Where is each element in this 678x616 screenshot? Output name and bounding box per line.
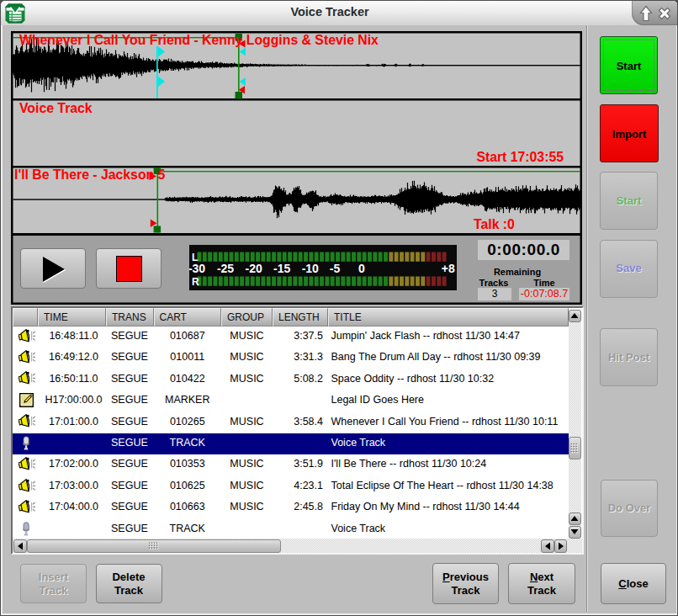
- svg-text:-5: -5: [330, 262, 341, 275]
- svg-text:-10: -10: [302, 262, 319, 275]
- svg-text:-30: -30: [189, 262, 205, 275]
- svg-text:-25: -25: [217, 262, 234, 275]
- svg-text:0: 0: [358, 262, 365, 275]
- svg-text:-20: -20: [246, 262, 262, 275]
- svg-text:-15: -15: [273, 262, 290, 275]
- svg-text:+8: +8: [442, 262, 455, 275]
- svg-text:R: R: [192, 276, 199, 288]
